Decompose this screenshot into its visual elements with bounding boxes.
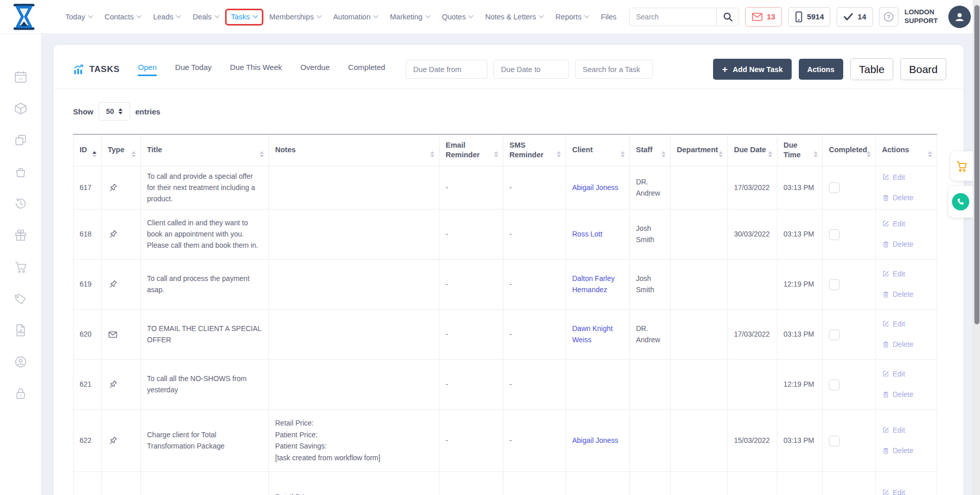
sidebar-item-history[interactable]: [13, 196, 28, 210]
sort-icon[interactable]: [719, 151, 723, 157]
nav-item-marketing[interactable]: Marketing: [390, 13, 430, 21]
tab-overdue[interactable]: Overdue: [301, 63, 330, 76]
completed-checkbox[interactable]: [829, 182, 840, 193]
due-date-from-input[interactable]: [406, 60, 487, 79]
edit-link[interactable]: Edit: [882, 218, 930, 229]
actions-button[interactable]: Actions: [799, 59, 843, 80]
nav-item-leads[interactable]: Leads: [153, 13, 181, 21]
column-header-due-date[interactable]: Due Date: [728, 134, 777, 166]
sidebar-item-tags[interactable]: [13, 291, 28, 305]
help-button[interactable]: ?: [879, 7, 898, 27]
edit-link[interactable]: Edit: [882, 268, 930, 279]
sidebar-item-calendar[interactable]: 12: [13, 69, 28, 84]
client-link[interactable]: Dalton Farley Hernandez: [572, 274, 615, 294]
column-header-client[interactable]: Client: [566, 134, 630, 166]
nav-item-deals[interactable]: Deals: [192, 13, 218, 21]
client-link[interactable]: Ross Lott: [572, 230, 602, 238]
floating-phone-widget[interactable]: [948, 186, 973, 218]
search-icon[interactable]: [716, 8, 739, 26]
sidebar-item-pages[interactable]: [13, 133, 28, 147]
edit-link[interactable]: Edit: [882, 425, 930, 436]
due-date-to-input[interactable]: [494, 60, 569, 79]
delete-link[interactable]: Delete: [882, 192, 930, 203]
entries-per-page-select[interactable]: 50: [99, 102, 130, 121]
sort-icon[interactable]: [768, 151, 772, 157]
nav-item-today[interactable]: Today: [65, 13, 92, 21]
edit-link[interactable]: Edit: [882, 318, 930, 329]
completed-checkbox[interactable]: [829, 229, 840, 240]
completed-checkbox[interactable]: [829, 436, 840, 446]
search-task-input[interactable]: [575, 60, 653, 79]
sort-icon[interactable]: [928, 151, 932, 157]
column-header-notes[interactable]: Notes: [269, 134, 439, 166]
sort-icon[interactable]: [132, 151, 136, 157]
edit-link[interactable]: Edit: [882, 172, 930, 183]
delete-link[interactable]: Delete: [882, 389, 930, 400]
column-header-department[interactable]: Department: [671, 134, 728, 166]
nav-item-files[interactable]: Files: [601, 13, 617, 21]
due-time: 03:13 PM: [777, 309, 823, 359]
sidebar-item-basket[interactable]: [13, 164, 28, 179]
sort-icon[interactable]: [814, 151, 818, 157]
sort-icon[interactable]: [430, 151, 434, 157]
client-link[interactable]: Dawn Knight Weiss: [572, 324, 612, 344]
nav-item-reports[interactable]: Reports: [555, 13, 589, 21]
nav-item-tasks[interactable]: Tasks: [231, 13, 257, 21]
mail-count: 13: [767, 12, 775, 21]
user-avatar[interactable]: [948, 6, 971, 28]
nav-item-automation[interactable]: Automation: [333, 13, 378, 21]
client-link[interactable]: Abigail Joness: [572, 183, 618, 192]
sort-icon[interactable]: [621, 151, 625, 157]
completed-tasks-button[interactable]: 14: [837, 7, 873, 27]
tab-due-this-week[interactable]: Due This Week: [230, 63, 282, 76]
delete-link[interactable]: Delete: [882, 239, 930, 250]
column-header-sms-reminder[interactable]: SMS Reminder: [503, 134, 566, 166]
sort-icon[interactable]: [260, 151, 264, 157]
table-view-button[interactable]: Table: [850, 58, 893, 80]
page-scrollbar[interactable]: [973, 0, 980, 495]
sidebar-item-reports[interactable]: [13, 323, 28, 337]
scrollbar-thumb[interactable]: [974, 5, 979, 324]
sidebar-item-cart[interactable]: [13, 260, 28, 274]
column-header-due-time[interactable]: Due Time: [777, 134, 823, 166]
sort-icon[interactable]: [494, 151, 498, 157]
column-header-staff[interactable]: Staff: [630, 134, 671, 166]
column-header-email-reminder[interactable]: Email Reminder: [439, 134, 503, 166]
add-new-task-button[interactable]: +Add New Task: [713, 59, 791, 80]
sidebar-item-gift[interactable]: [13, 228, 28, 242]
delete-link[interactable]: Delete: [882, 339, 930, 350]
column-header-actions[interactable]: Actions: [876, 134, 937, 166]
board-view-button[interactable]: Board: [900, 58, 946, 80]
phone-calls-button[interactable]: 5914: [788, 7, 830, 27]
completed-checkbox[interactable]: [829, 329, 840, 340]
delete-link[interactable]: Delete: [882, 445, 930, 456]
search-input[interactable]: [630, 13, 716, 21]
nav-item-notes-letters[interactable]: Notes & Letters: [485, 13, 543, 21]
nav-item-memberships[interactable]: Memberships: [270, 13, 321, 21]
tab-open[interactable]: Open: [138, 63, 157, 76]
mail-notifications-button[interactable]: 13: [745, 7, 782, 27]
app-logo-hourglass-icon[interactable]: [12, 3, 36, 31]
nav-item-contacts[interactable]: Contacts: [105, 13, 141, 21]
completed-checkbox[interactable]: [829, 279, 840, 290]
tab-completed[interactable]: Completed: [348, 63, 385, 76]
sort-icon[interactable]: [662, 151, 666, 157]
client-link[interactable]: Abigail Joness: [572, 436, 618, 444]
column-header-title[interactable]: Title: [141, 134, 269, 166]
sidebar-item-lock[interactable]: [13, 386, 28, 400]
edit-link[interactable]: Edit: [882, 368, 930, 380]
sort-icon[interactable]: [92, 151, 96, 157]
nav-item-quotes[interactable]: Quotes: [442, 13, 473, 21]
sidebar-item-account[interactable]: [13, 355, 28, 369]
edit-link[interactable]: Edit: [882, 487, 930, 495]
tab-due-today[interactable]: Due Today: [175, 63, 211, 76]
sidebar-item-products[interactable]: [13, 101, 28, 115]
column-header-type[interactable]: Type: [102, 134, 141, 166]
column-header-id[interactable]: ID: [74, 134, 102, 166]
column-header-completed[interactable]: Completed: [823, 134, 876, 166]
sort-icon[interactable]: [867, 151, 871, 157]
delete-link[interactable]: Delete: [882, 289, 930, 300]
sort-icon[interactable]: [557, 151, 561, 157]
floating-cart-widget[interactable]: [950, 151, 973, 181]
completed-checkbox[interactable]: [829, 380, 840, 390]
